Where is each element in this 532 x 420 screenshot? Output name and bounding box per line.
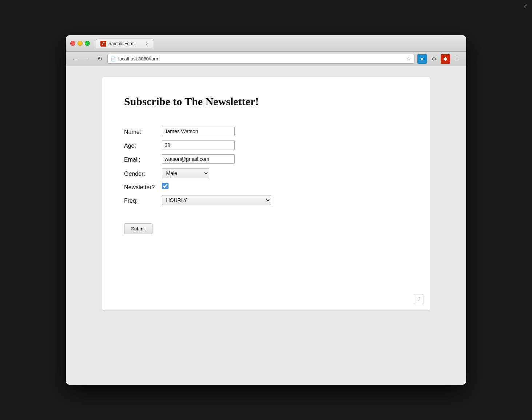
freq-row: Freq: HOURLY DAILY WEEKLY MONTHLY <box>124 195 271 205</box>
maximize-button[interactable] <box>85 41 90 46</box>
new-tab-button[interactable] <box>155 38 166 48</box>
name-control <box>162 127 271 136</box>
email-label: Email: <box>124 154 162 164</box>
email-row: Email: <box>124 154 271 164</box>
page-icon: 📄 <box>111 56 116 62</box>
pinned-extension-icon[interactable]: ✕ <box>417 54 427 64</box>
reload-button[interactable]: ↻ <box>95 54 104 64</box>
name-row: Name: <box>124 127 271 136</box>
age-label: Age: <box>124 140 162 150</box>
bookmark-star-icon[interactable]: ☆ <box>406 55 411 62</box>
url-bar: 📄 ☆ <box>107 54 414 64</box>
gender-select[interactable]: Male Female Other <box>162 168 209 178</box>
active-tab[interactable]: F Sample Form × <box>96 39 154 48</box>
newsletter-control <box>162 183 271 191</box>
url-input[interactable] <box>118 56 404 62</box>
freq-label: Freq: <box>124 195 162 205</box>
name-input[interactable] <box>162 127 235 136</box>
tab-favicon-icon: F <box>100 41 106 47</box>
age-row: Age: <box>124 140 271 150</box>
window-controls <box>70 41 90 46</box>
form-card: Subscribe to The Newsletter! Name: Age: <box>102 77 430 310</box>
age-control <box>162 140 271 150</box>
title-bar: F Sample Form × ⤢ <box>66 35 466 52</box>
tab-title: Sample Form <box>108 41 143 46</box>
tab-close-icon[interactable]: × <box>145 41 149 46</box>
newsletter-label: Newsletter? <box>124 183 162 191</box>
browser-window: F Sample Form × ⤢ ← → ↻ 📄 ☆ ✕ ⚙ ✱ ≡ <box>66 35 466 385</box>
email-control <box>162 154 271 164</box>
share-icon[interactable]: ⤴ <box>414 294 424 304</box>
browser-toolbar-icons: ✕ ⚙ ✱ ≡ <box>417 54 462 64</box>
forward-button[interactable]: → <box>83 54 92 64</box>
nav-bar: ← → ↻ 📄 ☆ ✕ ⚙ ✱ ≡ <box>66 52 466 66</box>
menu-icon[interactable]: ≡ <box>452 54 462 64</box>
freq-control: HOURLY DAILY WEEKLY MONTHLY <box>162 195 271 205</box>
newsletter-row: Newsletter? <box>124 183 271 191</box>
form-table: Name: Age: Email: <box>124 122 271 210</box>
form-title: Subscribe to The Newsletter! <box>124 95 408 108</box>
close-button[interactable] <box>70 41 75 46</box>
age-input[interactable] <box>162 140 235 150</box>
gender-row: Gender: Male Female Other <box>124 168 271 178</box>
email-input[interactable] <box>162 154 235 164</box>
back-button[interactable]: ← <box>70 54 80 64</box>
minimize-button[interactable] <box>78 41 83 46</box>
lastpass-icon[interactable]: ✱ <box>441 54 450 64</box>
tab-bar: F Sample Form × <box>96 38 462 48</box>
settings-icon[interactable]: ⚙ <box>429 54 438 64</box>
submit-button[interactable]: Submit <box>124 223 152 234</box>
gender-label: Gender: <box>124 168 162 178</box>
freq-select[interactable]: HOURLY DAILY WEEKLY MONTHLY <box>162 195 271 205</box>
newsletter-checkbox[interactable] <box>162 183 168 189</box>
gender-control: Male Female Other <box>162 168 271 178</box>
page-content: Subscribe to The Newsletter! Name: Age: <box>66 66 466 385</box>
name-label: Name: <box>124 127 162 136</box>
